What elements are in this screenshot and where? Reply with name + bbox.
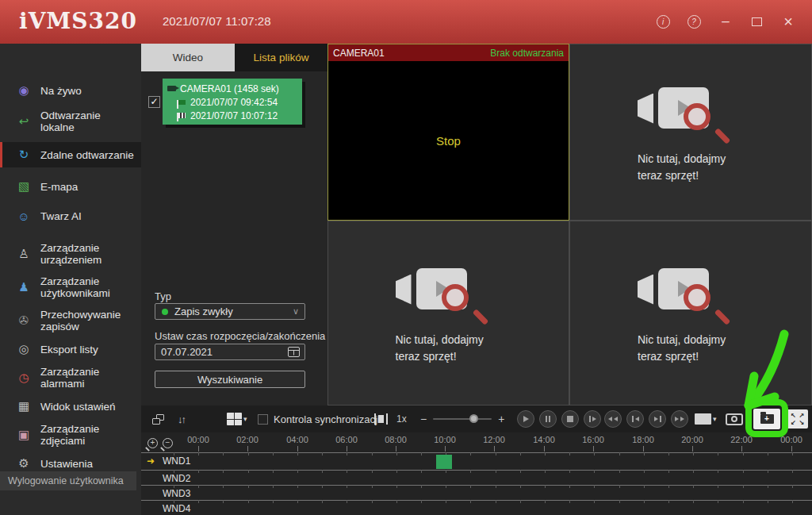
timeline-zoom-out-button[interactable]: − [163,438,173,448]
user-management-icon: ♟ [13,280,34,294]
timeline-zoom-in-button[interactable]: + [147,438,158,448]
timeline-row-wnd1[interactable]: ➜ WND1 [141,452,812,470]
speed-slider[interactable] [433,418,492,420]
logout-button[interactable]: Wylogowanie użytkownika [0,471,136,490]
timeline-tick: 14:00 [533,435,555,444]
tab-video[interactable]: Wideo [141,44,235,71]
open-folder-button[interactable]: + [753,409,780,429]
chevron-down-icon: ∨ [293,306,299,317]
record-storage-icon: ✇ [13,313,34,328]
frame-step-button[interactable] [584,410,601,428]
video-cell-empty[interactable]: Nic tutaj, dodajmy teraz sprzęt! [569,221,812,405]
cascade-windows-button[interactable] [152,405,164,432]
timeline-tick: 22:00 [730,435,753,444]
grid-layout-button[interactable]: ▾ [227,405,247,432]
play-button[interactable] [517,410,534,428]
file-start-time: 2021/07/07 09:42:54 [190,97,278,108]
sidebar: ◉ Na żywo ↩ Odtwarzanie lokalne ↻ Zdalne… [0,44,141,515]
alarm-management-icon: ◷ [13,371,34,385]
title-bar: iVMS320 2021/07/07 11:07:28 i ? – × [0,0,812,44]
info-button[interactable]: i [649,10,676,33]
search-button[interactable]: Wyszukiwanie [155,371,305,388]
settings-icon: ⚙ [13,456,34,471]
help-button[interactable]: ? [680,10,707,33]
digital-zoom-button[interactable] [374,405,388,432]
sync-checkbox-label: Kontrola synchronizacji [274,413,380,425]
record-type-select[interactable]: Zapis zwykły ∨ [155,303,305,320]
record-type-value: Zapis zwykły [174,306,233,317]
no-device-icon [396,262,483,324]
playback-toolbar: ↓↑ ▾ Kontrola synchronizacji 1x − + [141,405,812,432]
timeline-tick: 08:00 [385,435,407,444]
timeline-tick: 10:00 [434,435,456,444]
picture-management-icon: ▣ [13,428,34,442]
maximize-button[interactable] [743,10,770,33]
file-duration: (1458 sek) [234,83,279,94]
timeline-tick: 06:00 [335,435,358,444]
timeline-tick: 00:00 [780,435,802,444]
sidebar-item-user-management[interactable]: ♟ Zarządzanie użytkownikami [0,275,141,299]
empty-cell-text: Nic tutaj, dodajmy teraz sprzęt! [638,332,750,365]
active-window-arrow-icon: ➜ [147,455,155,467]
recording-segment[interactable] [436,455,452,469]
video-cell-empty[interactable]: Nic tutaj, dodajmy teraz sprzęt! [569,44,812,221]
sidebar-item-remote-playback[interactable]: ↻ Zdalne odtwarzanie [0,142,141,167]
video-cell-empty[interactable]: Nic tutaj, dodajmy teraz sprzęt! [327,221,569,405]
frame-step-icon [592,417,596,421]
stop-playback-button[interactable] [561,410,579,428]
stream-type-button[interactable]: ▾ [695,405,717,432]
fast-forward-button[interactable] [671,410,688,428]
sidebar-item-picture-management[interactable]: ▣ Zarządzanie zdjęciami [0,423,141,447]
speed-down-button[interactable]: − [420,413,427,425]
sidebar-item-local-playback[interactable]: ↩ Odtwarzanie lokalne [0,110,141,133]
video-cell-active[interactable]: CAMERA01 Brak odtwarzania Stop [327,44,569,221]
timeline-row-wnd2[interactable]: WND2 [141,470,812,485]
play-icon [523,416,529,422]
fullscreen-button[interactable]: ↖↗↙↘ [787,409,808,429]
file-end-time: 2021/07/07 10:07:12 [190,110,278,121]
pause-button[interactable] [539,410,557,428]
fast-forward-icon [675,417,679,421]
rewind-button[interactable] [604,410,622,428]
next-file-button[interactable] [649,410,666,428]
timeline-tick: 18:00 [632,435,654,444]
close-button[interactable]: × [775,10,802,33]
minimize-button[interactable]: – [712,10,739,33]
local-playback-icon: ↩ [13,114,34,129]
file-list-item[interactable]: CAMERA01 (1458 sek) 2021/07/07 09:42:54 … [163,79,302,125]
sidebar-item-alarm-management[interactable]: ◷ Zarządzanie alarmami [0,366,141,390]
sync-checkbox[interactable] [258,414,268,425]
tab-file-list[interactable]: Lista plików [235,44,327,71]
speed-up-button[interactable]: + [498,413,504,425]
sidebar-item-emap[interactable]: ▧ E-mapa [0,176,141,197]
time-range-label: Ustaw czas rozpoczęcia/zakończenia [155,330,327,342]
sidebar-item-face-ai[interactable]: ☺ Twarz AI [0,206,141,226]
camera-snapshot-icon [726,413,743,425]
magnifier-icon [442,284,469,311]
playback-speed-value: 1x [396,405,407,432]
timeline-row-wnd3[interactable]: WND3 [141,485,812,500]
close-icon: × [783,13,793,31]
timeline-tick: 12:00 [483,435,505,444]
speed-slider-thumb[interactable] [469,414,478,423]
timeline-row-wnd4[interactable]: WND4 [141,500,812,515]
minimize-icon: – [722,13,729,29]
sidebar-item-export-list[interactable]: ◎ Eksport listy [0,342,141,356]
sidebar-item-settings-view[interactable]: ▦ Widok ustawień [0,399,141,413]
sort-button[interactable]: ↓↑ [178,405,185,432]
end-flag-icon [178,113,186,118]
sidebar-item-device-management[interactable]: ♙ Zarządzanie urządzeniem [0,242,141,266]
maximize-icon [752,17,762,26]
ivms320-window: iVMS320 2021/07/07 11:07:28 i ? – × ◉ Na… [0,0,812,515]
export-list-icon: ◎ [13,342,34,356]
date-input[interactable]: 07.07.2021 [155,344,305,360]
previous-file-button[interactable] [626,410,644,428]
sidebar-item-live-view[interactable]: ◉ Na żywo [0,80,141,101]
sidebar-item-record-storage[interactable]: ✇ Przechowywanie zapisów [0,309,141,332]
file-checkbox[interactable]: ✓ [148,96,160,108]
calendar-icon [288,347,300,357]
settings-view-icon: ▦ [13,399,34,413]
sidebar-item-settings[interactable]: ⚙ Ustawienia [0,456,141,471]
video-cell-camera-name: CAMERA01 [333,48,385,59]
snapshot-button[interactable] [726,405,743,432]
